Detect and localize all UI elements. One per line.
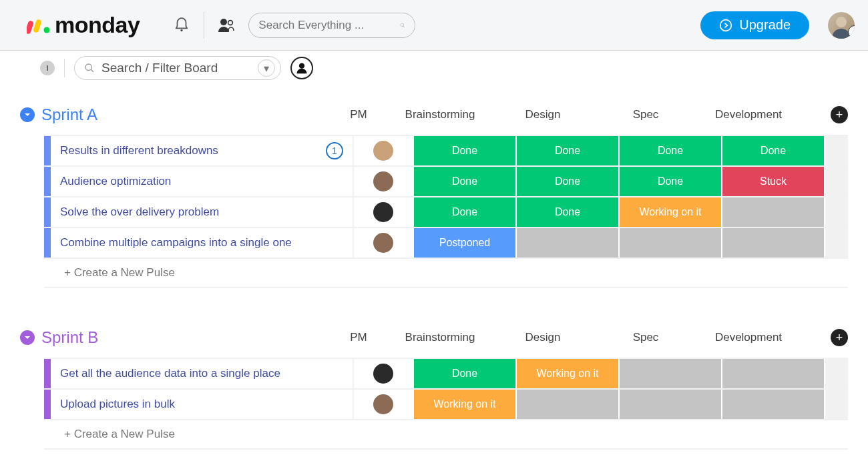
status-cell[interactable] [618, 228, 721, 258]
svg-point-5 [228, 20, 233, 25]
status-cell[interactable]: Done [413, 359, 515, 388]
svg-point-6 [401, 23, 404, 27]
column-header[interactable]: Brainstorming [389, 331, 491, 344]
board-toolbar: I Search / Filter Board ▾ [0, 51, 868, 85]
status-cell[interactable]: Done [721, 136, 824, 165]
status-cell[interactable]: Done [413, 167, 515, 196]
pm-cell[interactable] [353, 359, 413, 388]
status-cell[interactable]: Done [618, 136, 721, 165]
status-cell[interactable] [721, 228, 824, 258]
column-header[interactable]: Development [697, 108, 800, 121]
table-row[interactable]: Get all the audience data into a single … [44, 358, 848, 388]
upgrade-button[interactable]: Upgrade [700, 11, 809, 39]
create-pulse-row[interactable]: + Create a New Pulse [44, 258, 848, 288]
pm-cell[interactable] [353, 390, 413, 419]
status-cell[interactable]: Working on it [413, 390, 515, 419]
status-cell[interactable] [618, 359, 721, 388]
table-row[interactable]: Results in different breakdowns1DoneDone… [44, 135, 848, 165]
person-filter[interactable] [290, 57, 313, 79]
filter-dropdown[interactable]: ▾ [258, 59, 275, 77]
status-cell[interactable] [618, 390, 721, 419]
global-search[interactable] [248, 13, 415, 38]
board-filter[interactable]: Search / Filter Board ▾ [74, 56, 281, 80]
group-title[interactable]: Sprint B [41, 328, 98, 347]
conversation-badge[interactable]: 1 [326, 142, 343, 159]
pulse-name-text: Combine multiple campaigns into a single… [60, 236, 292, 250]
status-cell[interactable] [721, 390, 824, 419]
svg-point-9 [836, 17, 847, 27]
column-header[interactable]: Design [491, 331, 594, 344]
group-rows: Results in different breakdowns1DoneDone… [44, 135, 848, 288]
status-cell[interactable] [721, 359, 824, 388]
status-cell[interactable]: Done [413, 136, 515, 165]
column-header[interactable]: Brainstorming [389, 108, 491, 121]
pm-cell[interactable] [353, 167, 413, 196]
add-column-button[interactable]: + [831, 106, 848, 123]
column-header[interactable]: PM [329, 108, 389, 121]
svg-point-8 [720, 19, 732, 31]
column-headers: PMBrainstormingDesignSpecDevelopment [329, 331, 824, 344]
board-filter-placeholder: Search / Filter Board [101, 61, 258, 75]
svg-point-2 [44, 27, 50, 33]
pm-cell[interactable] [353, 136, 413, 165]
status-cell[interactable]: Done [413, 197, 515, 227]
logo[interactable]: monday [0, 0, 160, 50]
column-header[interactable]: PM [329, 331, 389, 344]
table-row[interactable]: Audience optimizationDoneDoneDoneStuck [44, 165, 848, 196]
table-row[interactable]: Solve the over delivery problemDoneDoneW… [44, 196, 848, 227]
status-cell[interactable]: Working on it [618, 197, 721, 227]
column-header[interactable]: Design [491, 108, 594, 121]
pulse-name[interactable]: Combine multiple campaigns into a single… [51, 228, 353, 258]
info-chip[interactable]: I [40, 61, 55, 75]
pulse-name-text: Upload pictures in bulk [60, 398, 175, 411]
svg-rect-0 [27, 20, 34, 34]
table-row[interactable]: Upload pictures in bulkWorking on it [44, 388, 848, 419]
column-header[interactable]: Development [697, 331, 800, 344]
logo-text: monday [55, 12, 140, 38]
row-accent [44, 136, 51, 165]
status-cell[interactable] [721, 197, 824, 227]
create-pulse-row[interactable]: + Create a New Pulse [44, 419, 848, 450]
column-header[interactable]: Spec [594, 331, 697, 344]
svg-rect-1 [33, 19, 42, 33]
pulse-name[interactable]: Get all the audience data into a single … [51, 359, 353, 388]
add-column-button[interactable]: + [831, 329, 848, 346]
row-accent [44, 359, 51, 388]
group-rows: Get all the audience data into a single … [44, 358, 848, 450]
search-icon [84, 63, 95, 73]
group-title[interactable]: Sprint A [41, 105, 97, 124]
pulse-name-text: Get all the audience data into a single … [60, 367, 280, 380]
status-cell[interactable]: Done [515, 167, 618, 196]
status-cell[interactable]: Working on it [515, 359, 618, 388]
collapse-toggle[interactable] [20, 107, 35, 122]
column-header[interactable]: Spec [594, 108, 697, 121]
pm-avatar [373, 202, 393, 222]
pulse-name[interactable]: Solve the over delivery problem [51, 197, 353, 227]
pulse-name[interactable]: Audience optimization [51, 167, 353, 196]
group-header: Sprint BPMBrainstormingDesignSpecDevelop… [20, 328, 848, 347]
pm-cell[interactable] [353, 197, 413, 227]
chevron-down-icon [23, 334, 31, 342]
status-cell[interactable]: Done [515, 136, 618, 165]
global-search-input[interactable] [258, 19, 400, 32]
svg-point-3 [181, 29, 183, 31]
status-cell[interactable]: Done [618, 167, 721, 196]
status-cell[interactable] [515, 390, 618, 419]
people-icon[interactable] [218, 17, 235, 34]
svg-line-7 [403, 26, 405, 27]
status-cell[interactable]: Done [515, 197, 618, 227]
pulse-name-text: Solve the over delivery problem [60, 205, 219, 219]
status-cell[interactable]: Postponed [413, 228, 515, 258]
pm-cell[interactable] [353, 228, 413, 258]
status-cell[interactable]: Stuck [721, 167, 824, 196]
table-row[interactable]: Combine multiple campaigns into a single… [44, 227, 848, 258]
avatar-dropdown[interactable]: ▾ [848, 25, 855, 39]
svg-point-4 [220, 19, 227, 25]
pulse-name[interactable]: Upload pictures in bulk [51, 390, 353, 419]
collapse-toggle[interactable] [20, 330, 35, 345]
user-avatar[interactable]: ▾ [828, 12, 855, 39]
pulse-name[interactable]: Results in different breakdowns1 [51, 136, 353, 165]
bell-icon[interactable] [173, 17, 190, 34]
upgrade-label: Upgrade [739, 17, 791, 33]
status-cell[interactable] [515, 228, 618, 258]
